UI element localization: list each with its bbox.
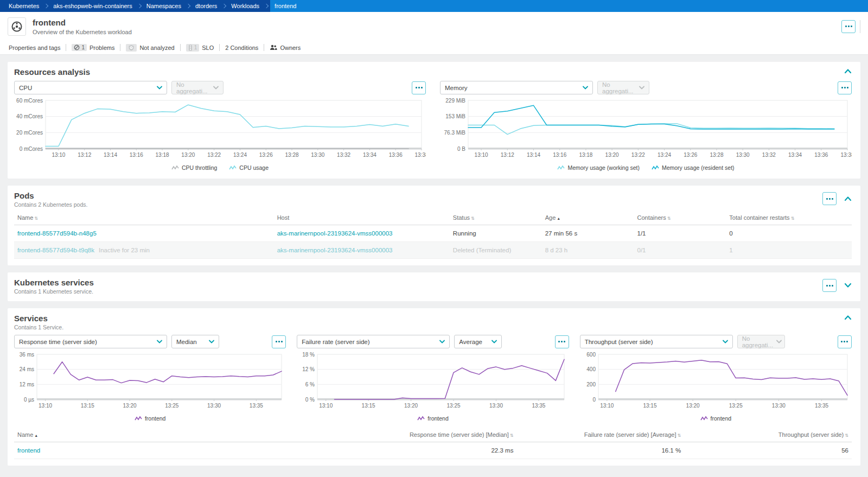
svg-text:60 mCores: 60 mCores <box>16 98 43 104</box>
pod-name-link[interactable]: frontend-85577d594b-t9q8k <box>17 247 94 253</box>
expand-chevron-down-icon[interactable] <box>844 283 852 288</box>
throughput-metric-select[interactable]: Throughput (server side) <box>580 335 733 348</box>
response-time-more-button[interactable] <box>272 335 286 348</box>
cpu-chart-more-button[interactable] <box>412 81 426 94</box>
breadcrumb-item-namespace[interactable]: dtorders <box>192 3 220 9</box>
kubernetes-services-subtitle: Contains 1 Kubernetes service. <box>14 288 822 295</box>
tab-problems[interactable]: 1 Problems <box>66 41 120 54</box>
collapse-chevron-up-icon[interactable] <box>844 68 852 74</box>
legend-frontend[interactable]: frontend <box>135 415 166 422</box>
svg-text:13:10: 13:10 <box>52 152 65 158</box>
pods-col-status[interactable]: Status⇅ <box>450 210 542 225</box>
throughput-legend: frontend <box>580 414 852 423</box>
memory-chart-more-button[interactable] <box>838 81 852 94</box>
svg-text:0 mCores: 0 mCores <box>20 146 43 152</box>
pods-subtitle: Contains 2 Kubernetes pods. <box>14 201 822 208</box>
cpu-metric-select[interactable]: CPU <box>14 81 167 94</box>
tab-slo[interactable]: 1 SLO <box>181 41 220 54</box>
services-col-throughput[interactable]: Throughput (server side)⇅ <box>684 427 852 442</box>
memory-metric-select[interactable]: Memory <box>440 81 593 94</box>
svg-text:13:20: 13:20 <box>123 403 137 409</box>
svg-text:13:34: 13:34 <box>788 152 802 158</box>
memory-chart[interactable]: 0 B76.3 MiB153 MiB229 MiB13:1013:1213:14… <box>440 98 852 162</box>
response-time-metric-select[interactable]: Response time (server side) <box>14 335 167 348</box>
line-series-icon <box>417 416 425 421</box>
line-series-icon <box>557 165 565 170</box>
services-col-name[interactable]: Name▲ <box>14 427 349 442</box>
svg-text:153 MiB: 153 MiB <box>445 113 465 119</box>
legend-frontend[interactable]: frontend <box>417 415 449 422</box>
pod-host-link[interactable]: aks-marinernpool-23193624-vmss000003 <box>277 230 393 237</box>
tab-properties-and-tags[interactable]: Properties and tags <box>8 41 66 54</box>
services-col-failure-rate[interactable]: Failure rate (server side) [Average]⇅ <box>516 427 684 442</box>
svg-text:0 µs: 0 µs <box>24 397 34 403</box>
tab-conditions[interactable]: 2 Conditions <box>220 41 264 54</box>
breadcrumb-item-workloads[interactable]: Workloads <box>228 3 263 9</box>
ellipsis-icon <box>845 26 847 27</box>
tab-owners-label: Owners <box>280 44 301 51</box>
svg-text:13:32: 13:32 <box>762 152 776 158</box>
svg-text:13:24: 13:24 <box>658 152 671 158</box>
response-time-aggregation-select[interactable]: Median <box>171 335 219 348</box>
legend-memory-working-set[interactable]: Memory usage (working set) <box>557 164 639 171</box>
svg-text:0: 0 <box>592 397 596 403</box>
service-name-link[interactable]: frontend <box>17 447 40 454</box>
collapse-chevron-up-icon[interactable] <box>844 315 852 320</box>
svg-text:13:30: 13:30 <box>207 403 221 409</box>
breadcrumb: Kubernetes aks-eshopweb-win-containers N… <box>0 0 868 12</box>
failure-rate-legend: frontend <box>297 414 569 423</box>
svg-text:13:35: 13:35 <box>250 403 263 409</box>
breadcrumb-item-cluster[interactable]: aks-eshopweb-win-containers <box>50 3 136 9</box>
failure-rate-chart[interactable]: 0 %6 %12 %18 %13:1013:1513:2013:2513:301… <box>297 352 569 412</box>
svg-text:13:22: 13:22 <box>631 152 645 158</box>
pods-title: Pods <box>14 191 822 200</box>
svg-text:13:36: 13:36 <box>814 152 828 158</box>
tab-not-analyzed-label: Not analyzed <box>139 44 174 51</box>
breadcrumb-item-namespaces[interactable]: Namespaces <box>143 3 184 9</box>
header-more-button[interactable] <box>841 20 856 33</box>
legend-cpu-usage[interactable]: CPU usage <box>229 164 269 171</box>
failure-rate-aggregation-select[interactable]: Average <box>454 335 502 348</box>
pods-col-name[interactable]: Name⇅ <box>14 210 274 225</box>
throughput-chart[interactable]: 020040060013:1013:1513:2013:2513:3013:35 <box>580 352 852 412</box>
svg-text:13:32: 13:32 <box>337 152 350 158</box>
svg-text:13:10: 13:10 <box>39 403 52 409</box>
sort-asc-icon: ▲ <box>34 434 38 437</box>
pods-col-restarts[interactable]: Total container restarts⇅ <box>726 210 852 225</box>
svg-text:13:35: 13:35 <box>532 403 546 409</box>
legend-memory-resident-set[interactable]: Memory usage (resident set) <box>652 164 735 171</box>
svg-text:13:30: 13:30 <box>489 403 503 409</box>
response-time-panel: Response time (server side) Median 0 µs1… <box>14 330 286 423</box>
cpu-chart[interactable]: 0 mCores20 mCores40 mCores60 mCores13:10… <box>14 98 426 162</box>
pods-col-host[interactable]: Host <box>274 210 450 225</box>
breadcrumb-current: frontend <box>270 0 301 12</box>
services-col-response-time[interactable]: Response time (server side) [Median]⇅ <box>349 427 517 442</box>
svg-text:13:10: 13:10 <box>320 403 333 409</box>
legend-cpu-throttling[interactable]: CPU throttling <box>171 164 217 171</box>
failure-rate-panel: Failure rate (server side) Average 0 %6 … <box>297 330 569 423</box>
throughput-more-button[interactable] <box>838 335 852 348</box>
page-header: frontend Overview of the Kubernetes work… <box>0 12 868 41</box>
pod-name-link[interactable]: frontend-85577d594b-n48g5 <box>17 230 97 237</box>
collapse-chevron-up-icon[interactable] <box>844 196 852 201</box>
tab-not-analyzed[interactable]: Not analyzed <box>120 41 180 54</box>
failure-rate-more-button[interactable] <box>555 335 569 348</box>
legend-frontend[interactable]: frontend <box>700 415 732 422</box>
pod-host-link[interactable]: aks-marinernpool-23193624-vmss000003 <box>277 247 393 253</box>
chevron-down-icon <box>723 340 728 344</box>
chevron-right-icon <box>264 4 269 8</box>
svg-text:229 MiB: 229 MiB <box>445 98 465 104</box>
breadcrumb-item-kubernetes[interactable]: Kubernetes <box>5 3 42 9</box>
cpu-aggregation-value: No aggregati... <box>176 81 210 94</box>
pods-col-containers[interactable]: Containers⇅ <box>634 210 726 225</box>
pods-more-button[interactable] <box>822 192 837 205</box>
chevron-right-icon <box>44 4 48 8</box>
tab-owners[interactable]: Owners <box>264 41 306 54</box>
response-time-chart[interactable]: 0 µs12 ms24 ms36 ms13:1013:1513:2013:251… <box>14 352 286 412</box>
chevron-down-icon <box>776 340 782 344</box>
pods-col-age[interactable]: Age▲ <box>542 210 634 225</box>
svg-text:0 B: 0 B <box>457 146 465 152</box>
kubernetes-services-more-button[interactable] <box>822 279 837 292</box>
failure-rate-metric-select[interactable]: Failure rate (server side) <box>297 335 450 348</box>
svg-text:13:20: 13:20 <box>605 152 619 158</box>
